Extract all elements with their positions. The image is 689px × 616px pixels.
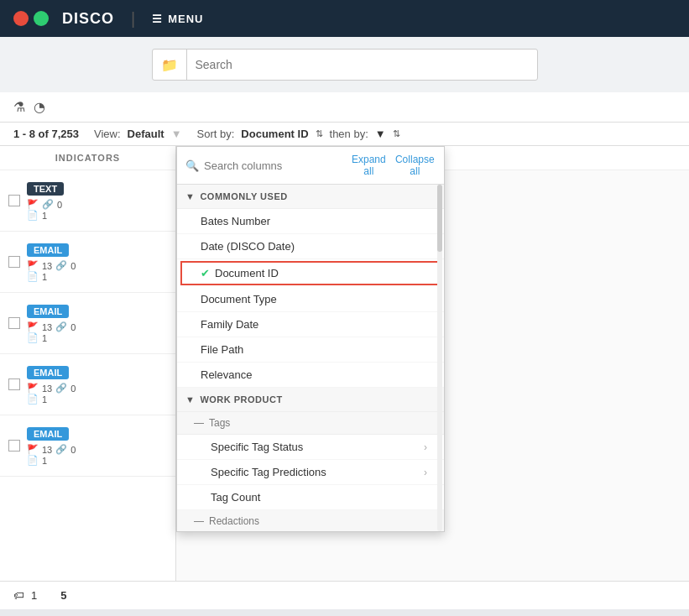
doc-info: EMAIL 🚩13 🔗0 📄1 [27,303,167,343]
subsection-tags[interactable]: — Tags [177,412,444,435]
row-checkbox[interactable] [8,195,20,206]
collapse-all-button[interactable]: Collapse all [394,154,436,177]
results-bar: 1 - 8 of 7,253 View: Default ▼ Sort by: … [0,123,689,146]
table-row: EMAIL 🚩13 🔗0 📄1 [0,293,175,354]
badge-email: EMAIL [27,305,69,318]
tags-label: Tags [209,417,230,429]
chevron-down-icon: ▼ [185,394,195,405]
column-item-doctype[interactable]: Document Type [177,287,444,312]
section-label: WORK PRODUCT [200,394,282,405]
table-row: EMAIL 🚩13 🔗0 📄1 [0,232,175,293]
sort-label: Sort by: [197,128,235,140]
dropdown-content: ▼ COMMONLY USED Bates Number Date (DISCO… [177,185,444,531]
folder-button[interactable]: 📁 [153,50,187,80]
folder-icon-small: 📄 [27,210,39,221]
bates-label: Bates Number [201,215,270,227]
folder-icon-small: 📄 [27,394,39,405]
table-row: TEXT 🚩 🔗 0 📄1 [0,170,175,232]
column-item-filepath[interactable]: File Path [177,337,444,363]
column-item-specific-tag-predictions[interactable]: Specific Tag Predictions › [177,460,444,485]
logo-green-circle [34,11,49,26]
menu-button[interactable]: ☰ MENU [152,13,203,25]
arrow-right-icon: › [424,441,427,453]
dash-icon: — [194,515,204,527]
doc-meta: 🚩13 🔗0 [27,383,167,394]
then-dropdown[interactable]: ▼ [375,128,386,140]
results-count: 1 - 8 of 7,253 [13,128,79,140]
row-checkbox[interactable] [8,256,20,268]
row-checkbox[interactable] [8,378,20,390]
search-input[interactable] [187,58,537,71]
tag-status-label: Specific Tag Status [211,441,303,453]
doc-info: TEXT 🚩 🔗 0 📄1 [27,180,167,221]
folder-icon-small: 📄 [27,455,39,466]
docid-label: Document ID [215,267,279,279]
attach-icon: 🔗 [42,199,54,210]
chart-icon[interactable]: ◔ [34,99,45,115]
folder-icon-small: 📄 [27,271,39,282]
column-item-relevance[interactable]: Relevance [177,363,444,388]
row-checkbox[interactable] [8,440,20,452]
attach-icon: 🔗 [55,383,67,394]
flag-icon: 🚩 [27,260,39,271]
section-commonly-used[interactable]: ▼ COMMONLY USED [177,185,444,209]
indicators-header: INDICATORS [0,146,175,170]
doctype-label: Document Type [201,293,277,305]
column-item-date[interactable]: Date (DISCO Date) [177,234,444,259]
table-row: EMAIL 🚩13 🔗0 📄1 [0,415,175,477]
redactions-label: Redactions [209,515,259,527]
relevance-label: Relevance [201,368,252,381]
search-area: 📁 [0,37,689,92]
toolbar: ⚗ ◔ [0,92,689,123]
table-row: EMAIL 🚩13 🔗0 📄1 [0,354,175,415]
document-rows: TEXT 🚩 🔗 0 📄1 EMAIL 🚩13 🔗0 [0,170,175,477]
subsection-redactions[interactable]: — Redactions [177,510,444,531]
view-label: View: [94,128,121,140]
footer-tag-count: 1 [31,589,37,602]
column-item-familydate[interactable]: Family Date [177,312,444,337]
row-checkbox[interactable] [8,317,20,329]
search-container: 📁 [152,49,538,81]
badge-email: EMAIL [27,243,69,257]
chevron-down-icon: ▼ [185,191,195,201]
checkmark-icon: ✔ [201,267,210,279]
dropdown-actions: Expand all Collapse all [350,154,436,177]
then-label: then by: [330,128,368,140]
sort-value[interactable]: Document ID [241,128,308,140]
badge-email: EMAIL [27,427,69,441]
column-item-bates[interactable]: Bates Number [177,209,444,234]
scrollbar-thumb[interactable] [437,185,442,252]
folder-icon-small: 📄 [27,332,39,343]
view-value[interactable]: Default [128,128,164,140]
column-search-input[interactable] [204,159,345,172]
hamburger-icon: ☰ [152,13,163,25]
tag-count-label: Tag Count [211,491,260,504]
left-panel: INDICATORS TEXT 🚩 🔗 0 📄1 EMAIL [0,146,176,609]
logo-text: DISCO [62,10,114,28]
doc-meta: 🚩13 🔗0 [27,444,167,455]
doc-meta: 🚩13 🔗0 [27,260,167,271]
column-item-tag-count[interactable]: Tag Count [177,485,444,510]
attach-icon: 🔗 [55,260,67,271]
doc-meta: 🚩13 🔗0 [27,321,167,332]
flag-icon: 🚩 [27,321,39,332]
attach-icon: 🔗 [55,444,67,455]
expand-all-button[interactable]: Expand all [350,154,388,177]
logo-red-circle [13,11,29,26]
doc-info: EMAIL 🚩13 🔗0 📄1 [27,364,167,405]
section-work-product[interactable]: ▼ WORK PRODUCT [177,388,444,412]
then-sort-arrows-icon[interactable]: ⇅ [393,128,400,139]
filter-icon[interactable]: ⚗ [13,99,25,115]
column-item-specific-tag-status[interactable]: Specific Tag Status › [177,435,444,460]
doc-info: EMAIL 🚩13 🔗0 📄1 [27,425,167,466]
familydate-label: Family Date [201,318,258,331]
tag-icon: 🏷 [13,589,24,602]
column-item-document-id[interactable]: ✔ Document ID [180,261,441,285]
column-picker-dropdown: 🔍 Expand all Collapse all ▼ COMMONLY USE… [176,146,445,532]
attach-count: 0 [57,200,62,210]
folder-icon: 📁 [161,57,178,73]
flag-icon: 🚩 [27,444,39,455]
search-icon: 🔍 [185,159,199,172]
sort-arrows-icon[interactable]: ⇅ [316,128,323,139]
header: DISCO | ☰ MENU [0,0,689,37]
